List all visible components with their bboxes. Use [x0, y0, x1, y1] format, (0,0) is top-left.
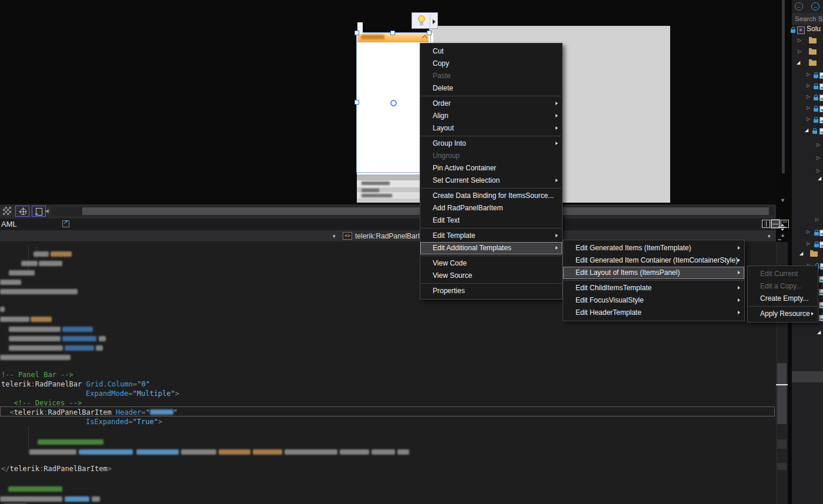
tree-collapsed-arrow-icon[interactable]: ▷	[817, 143, 820, 147]
selection-handle[interactable]	[354, 31, 359, 35]
swap-panes-icon[interactable]	[778, 224, 786, 231]
tree-collapsed-arrow-icon[interactable]: ▷	[807, 117, 810, 122]
folder-icon[interactable]	[809, 38, 817, 43]
code-line[interactable]: <!-- Devices -->	[14, 398, 82, 408]
selection-handle[interactable]	[390, 31, 395, 35]
designer-vscrollbar[interactable]	[782, 0, 785, 173]
code-token: RadPanelBarItem	[48, 408, 116, 416]
tree-expanded-arrow-icon[interactable]: ◢	[805, 128, 808, 133]
menu-item-edit-layout-of-items-itemspanel[interactable]: Edit Layout of Items (ItemsPanel)	[563, 267, 744, 279]
tree-collapsed-arrow-icon[interactable]: ▷	[807, 72, 810, 77]
menu-item-edit-generated-item-container-itemcontainerstyle[interactable]: Edit Generated Item Container (ItemConta…	[563, 254, 744, 267]
folder-icon[interactable]	[809, 61, 817, 66]
nav-back-icon[interactable]: ←	[795, 2, 803, 11]
tree-item-label[interactable]: Solu	[807, 25, 821, 33]
expander-arrow-icon[interactable]	[433, 19, 436, 24]
scroll-down-icon[interactable]: ▼	[780, 198, 785, 203]
menu-item-properties[interactable]: Properties	[420, 285, 562, 297]
menu-item-pin-active-container[interactable]: Pin Active Container	[420, 162, 562, 174]
tree-expanded-arrow-icon[interactable]: ◢	[817, 330, 821, 335]
file-icon[interactable]	[819, 276, 823, 283]
menu-item-layout[interactable]: Layout	[420, 122, 562, 135]
file-icon[interactable]	[819, 83, 823, 90]
solution-search-input[interactable]: Search So	[792, 13, 823, 25]
code-line[interactable]: IsExpanded="True">	[86, 417, 162, 426]
menu-item-edit-generated-items-itemtemplate[interactable]: Edit Generated Items (ItemTemplate)	[563, 242, 744, 254]
menu-item-edit-text[interactable]: Edit Text	[420, 214, 562, 227]
popout-icon[interactable]	[62, 220, 69, 227]
solution-selected-row[interactable]	[792, 371, 823, 382]
code-line[interactable]: telerik:RadPanelBar Grid.Column="0"	[1, 379, 150, 389]
scroll-up-icon[interactable]: ▲	[780, 233, 785, 238]
file-icon[interactable]	[819, 128, 823, 135]
breadcrumb-dropdown-icon[interactable]: ▾	[333, 233, 336, 239]
menu-item-label: Copy	[433, 59, 449, 68]
selection-handle[interactable]	[427, 31, 431, 35]
folder-icon[interactable]	[810, 251, 818, 257]
breadcrumb-element[interactable]: telerik:RadPanelBarIt	[355, 232, 421, 240]
navbar-dropdown-icon[interactable]: ▾	[768, 233, 771, 239]
editor-hscrollbar[interactable]	[52, 207, 774, 216]
menu-item-copy[interactable]: Copy	[420, 58, 562, 70]
vscrollbar-thumb[interactable]	[777, 363, 787, 424]
nav-forward-icon[interactable]: →	[811, 2, 819, 11]
vertical-split-button[interactable]	[762, 220, 770, 228]
tree-collapsed-arrow-icon[interactable]: ▷	[807, 83, 810, 88]
menu-item-edit-additional-templates[interactable]: Edit Additional Templates	[420, 242, 562, 254]
menu-item-label: Edit Text	[433, 216, 460, 224]
menu-item-order[interactable]: Order	[420, 98, 562, 110]
anchor-point-adorner[interactable]	[390, 100, 397, 106]
tree-collapsed-arrow-icon[interactable]: ▷	[807, 230, 810, 234]
menu-item-apply-resource[interactable]: Apply Resource	[748, 308, 818, 320]
menu-item-edit-template[interactable]: Edit Template	[420, 230, 562, 242]
tree-collapsed-arrow-icon[interactable]: ▷	[817, 169, 820, 173]
selection-handle[interactable]	[354, 100, 359, 105]
lightbulb-icon[interactable]	[418, 15, 425, 22]
tree-collapsed-arrow-icon[interactable]: ▷	[807, 95, 810, 99]
pointer-tool-button[interactable]	[15, 206, 29, 217]
file-icon[interactable]	[819, 302, 823, 308]
file-icon[interactable]	[819, 106, 823, 112]
menu-item-edit-childitemstemplate[interactable]: Edit ChildItemsTemplate	[563, 282, 744, 294]
tree-expanded-arrow-icon[interactable]: ◢	[818, 176, 821, 181]
redacted-code	[62, 327, 93, 332]
menu-item-add-radpanelbaritem[interactable]: Add RadPanelBarItem	[420, 202, 562, 214]
menu-item-view-source[interactable]: View Source	[420, 270, 562, 282]
code-line[interactable]: <telerik:RadPanelBarItem Header=""	[9, 408, 178, 417]
menu-item-view-code[interactable]: View Code	[420, 257, 562, 270]
menu-item-group-into[interactable]: Group Into	[420, 137, 562, 150]
file-icon[interactable]	[819, 117, 823, 123]
file-icon[interactable]	[819, 315, 823, 321]
tree-collapsed-arrow-icon[interactable]: ▷	[817, 156, 820, 160]
tree-collapsed-arrow-icon[interactable]: ▷	[798, 49, 801, 54]
tree-collapsed-arrow-icon[interactable]: ▷	[798, 38, 801, 43]
menu-item-create-data-binding-for-itemssource[interactable]: Create Data Binding for ItemsSource...	[420, 190, 562, 202]
file-icon[interactable]	[819, 95, 823, 101]
menu-item-delete[interactable]: Delete	[420, 82, 562, 95]
menu-item-edit-focusvisualstyle[interactable]: Edit FocusVisualStyle	[563, 294, 744, 307]
menu-item-create-empty[interactable]: Create Empty...	[748, 293, 818, 305]
code-line[interactable]: </telerik:RadPanelBarItem>	[1, 464, 112, 473]
code-line[interactable]: !-- Panel Bar -->	[1, 370, 73, 379]
file-icon[interactable]	[819, 230, 823, 236]
menu-item-edit-headertemplate[interactable]: Edit HeaderTemplate	[563, 307, 744, 319]
tree-expanded-arrow-icon[interactable]: ◢	[799, 251, 803, 256]
tree-expanded-arrow-icon[interactable]: ◢	[797, 61, 800, 65]
tab-xaml[interactable]: AML	[1, 220, 17, 229]
file-icon[interactable]	[819, 289, 823, 295]
checker-toggle-icon[interactable]	[3, 207, 11, 215]
tree-collapsed-arrow-icon[interactable]: ▷	[807, 106, 810, 110]
code-line[interactable]: ExpandMode="Multiple">	[86, 389, 179, 398]
menu-item-align[interactable]: Align	[420, 110, 562, 122]
tree-collapsed-arrow-icon[interactable]: ▷	[807, 241, 810, 246]
tree-collapsed-arrow-icon[interactable]: ▷	[815, 217, 819, 222]
menu-item-cut[interactable]: Cut	[420, 45, 562, 58]
file-icon[interactable]	[820, 263, 823, 270]
folder-icon[interactable]	[809, 49, 817, 55]
scroll-left-icon[interactable]: ◀	[45, 209, 49, 214]
document-outline-button[interactable]	[32, 206, 46, 217]
menu-item-set-current-selection[interactable]: Set Current Selection	[420, 174, 562, 187]
file-icon[interactable]	[819, 72, 823, 79]
file-icon[interactable]	[819, 241, 823, 248]
quick-actions-popup[interactable]	[412, 12, 438, 29]
